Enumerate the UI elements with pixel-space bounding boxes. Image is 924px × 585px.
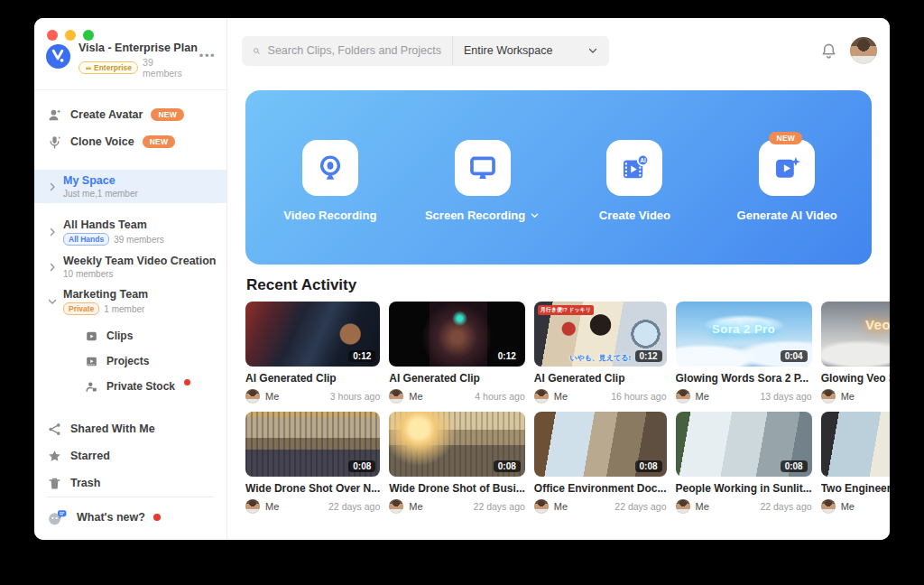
team-members: 1 member xyxy=(104,304,144,314)
workspace-scope-select[interactable]: Entire Workspace xyxy=(452,36,609,66)
video-card[interactable]: 0:12 AI Generated Clip Me 3 hours ago xyxy=(245,302,380,404)
video-card[interactable]: Veo 3.1 0:04 Glowing Veo 3.1 Words E... … xyxy=(821,302,890,404)
generate-ai-video-button[interactable]: NEW Generate AI Video xyxy=(719,140,855,222)
monitor-icon xyxy=(467,153,498,183)
owner-name: Me xyxy=(696,391,709,402)
tools-section: Create Avatar NEW Clone Voice NEW xyxy=(34,101,226,155)
sidebar-item-trash[interactable]: Trash xyxy=(47,469,214,497)
whats-new-label: What's new? xyxy=(77,511,145,524)
video-card[interactable]: 0:08 People Working in Sunlit... Me 22 d… xyxy=(676,412,812,514)
teams-section: All Hands Team All Hands 39 members Week… xyxy=(34,214,226,320)
chevron-down-icon[interactable] xyxy=(530,210,540,220)
video-card[interactable]: Sora 2 Pro 0:04 Glowing Words Sora 2 P..… xyxy=(676,302,812,404)
user-avatar[interactable] xyxy=(850,37,877,64)
video-thumbnail[interactable]: 0:08 xyxy=(245,412,380,477)
sidebar-item-shared-with-me[interactable]: Shared With Me xyxy=(47,415,214,442)
marketing-children: Clips Projects Private Stock xyxy=(34,323,226,399)
app-window: Visla - Enterprise Plan Enterprise 39 me… xyxy=(34,18,890,540)
create-video-ai-icon: AI xyxy=(619,153,650,183)
video-card[interactable]: 0:08 Wide Drone Shot Over N... Me 22 day… xyxy=(245,412,380,514)
video-card[interactable]: 月行き便!? ドッキリ いやも、見えてる! 0:12 AI Generated … xyxy=(534,302,667,404)
team-members: 10 members xyxy=(63,269,114,279)
recent-activity-heading: Recent Activity xyxy=(246,276,872,294)
owner-avatar xyxy=(245,499,260,514)
video-thumbnail[interactable]: Sora 2 Pro 0:04 xyxy=(676,302,812,367)
visla-logo-icon xyxy=(45,43,71,70)
my-space-label: My Space xyxy=(63,174,219,187)
duration-badge: 0:04 xyxy=(781,350,808,362)
clone-voice-item[interactable]: Clone Voice NEW xyxy=(47,128,214,155)
video-card[interactable]: 0:08 Wide Drone Shot of Busi... Me 22 da… xyxy=(389,412,525,514)
create-video-button[interactable]: AI Create Video xyxy=(567,140,702,222)
video-title: AI Generated Clip xyxy=(534,372,667,385)
create-avatar-item[interactable]: Create Avatar NEW xyxy=(47,101,214,128)
webcam-icon xyxy=(315,153,346,183)
video-title: Glowing Words Sora 2 P... xyxy=(676,372,812,385)
sidebar-item-all-hands-team[interactable]: All Hands Team All Hands 39 members xyxy=(34,214,226,250)
library-section: Shared With Me Starred Trash xyxy=(34,415,226,497)
notifications-bell-icon[interactable] xyxy=(820,42,837,60)
workspace-header[interactable]: Visla - Enterprise Plan Enterprise 39 me… xyxy=(34,42,226,90)
video-thumbnail[interactable]: 0:08 xyxy=(821,412,890,477)
duration-badge: 0:08 xyxy=(348,460,375,472)
video-card[interactable]: 0:08 Office Environment Doc... Me 22 day… xyxy=(534,412,667,514)
owner-avatar xyxy=(389,499,403,514)
sidebar-item-starred[interactable]: Starred xyxy=(47,442,214,469)
share-icon xyxy=(47,422,62,437)
clips-icon xyxy=(85,330,98,343)
owner-name: Me xyxy=(841,391,855,402)
video-card[interactable]: 0:12 AI Generated Clip Me 4 hours ago xyxy=(389,302,525,404)
owner-avatar xyxy=(676,389,690,404)
sidebar-item-marketing-team[interactable]: Marketing Team Private 1 member xyxy=(34,283,226,320)
more-options-icon[interactable]: ••• xyxy=(199,49,216,62)
new-badge: NEW xyxy=(769,132,802,144)
chevron-right-icon[interactable] xyxy=(47,181,58,192)
video-title: People Working in Sunlit... xyxy=(676,482,812,495)
zoom-window-button[interactable] xyxy=(83,30,94,41)
search-input[interactable]: Search Clips, Folders and Projects xyxy=(242,36,452,66)
chevron-right-icon[interactable] xyxy=(47,262,58,273)
duration-badge: 0:12 xyxy=(348,350,375,362)
video-recording-button[interactable]: Video Recording xyxy=(263,140,398,222)
sidebar-item-clips[interactable]: Clips xyxy=(34,323,226,348)
content: Video Recording Screen Recording xyxy=(227,83,890,540)
thumbnail-glow-text: Veo 3.1 xyxy=(821,317,890,332)
video-thumbnail[interactable]: 0:08 xyxy=(676,412,812,477)
video-card[interactable]: 0:08 Two Engineers Collabor... Me 22 day… xyxy=(821,412,890,514)
whats-new-item[interactable]: What's new? xyxy=(47,497,214,540)
video-thumbnail[interactable]: 0:12 xyxy=(389,302,525,367)
avatar-sparkle-icon xyxy=(47,107,62,123)
team-label: Weekly Team Video Creation xyxy=(63,255,219,267)
timestamp: 22 days ago xyxy=(614,501,666,512)
video-title: Office Environment Doc... xyxy=(534,482,667,495)
sidebar-item-my-space[interactable]: My Space Just me,1 member xyxy=(34,170,226,203)
team-type-badge: Private xyxy=(63,302,99,315)
chevron-down-icon[interactable] xyxy=(47,296,58,307)
new-badge: NEW xyxy=(151,108,184,121)
video-title: AI Generated Clip xyxy=(389,372,525,385)
owner-avatar xyxy=(821,499,836,514)
sidebar-item-weekly-team[interactable]: Weekly Team Video Creation 10 members xyxy=(34,250,226,283)
video-title: Two Engineers Collabor... xyxy=(821,482,890,495)
close-window-button[interactable] xyxy=(47,30,58,41)
sidebar-item-private-stock[interactable]: Private Stock xyxy=(34,374,226,399)
chevron-right-icon[interactable] xyxy=(47,227,58,237)
thumbnail-caption-top: 月行き便!? ドッキリ xyxy=(538,305,594,315)
video-thumbnail[interactable]: 月行き便!? ドッキリ いやも、見えてる! 0:12 xyxy=(534,302,667,367)
video-thumbnail[interactable]: 0:12 xyxy=(245,302,380,367)
trash-icon xyxy=(47,476,62,491)
create-avatar-label: Create Avatar xyxy=(70,108,143,121)
owner-name: Me xyxy=(554,501,568,512)
video-thumbnail[interactable]: Veo 3.1 0:04 xyxy=(821,302,890,367)
sidebar-item-projects[interactable]: Projects xyxy=(34,348,226,374)
video-thumbnail[interactable]: 0:08 xyxy=(389,412,525,477)
timestamp: 16 hours ago xyxy=(611,391,666,402)
owner-name: Me xyxy=(841,501,855,512)
screen-recording-button[interactable]: Screen Recording xyxy=(415,140,550,222)
owner-name: Me xyxy=(409,501,422,512)
notification-dot xyxy=(184,379,190,385)
video-thumbnail[interactable]: 0:08 xyxy=(534,412,667,477)
video-title: Wide Drone Shot of Busi... xyxy=(389,482,525,495)
minimize-window-button[interactable] xyxy=(65,30,76,41)
duration-badge: 0:12 xyxy=(635,350,662,362)
